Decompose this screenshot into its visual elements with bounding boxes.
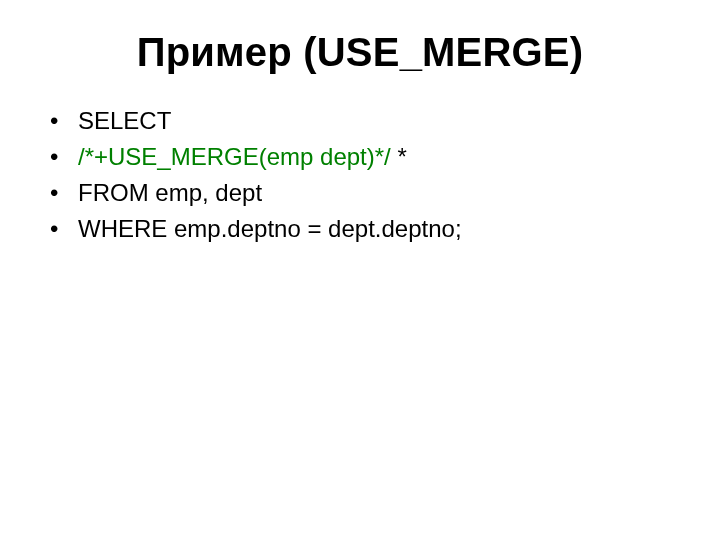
list-item: /*+USE_MERGE(emp dept)*/ * [50,139,680,175]
list-item: FROM emp, dept [50,175,680,211]
slide: Пример (USE_MERGE) SELECT /*+USE_MERGE(e… [0,0,720,540]
code-line: WHERE emp.deptno = dept.deptno; [78,215,462,242]
bullet-list: SELECT /*+USE_MERGE(emp dept)*/ * FROM e… [40,103,680,247]
code-line: SELECT [78,107,171,134]
code-line-trail: * [391,143,407,170]
sql-hint: /*+USE_MERGE(emp dept)*/ [78,143,391,170]
slide-title: Пример (USE_MERGE) [40,30,680,75]
code-line: FROM emp, dept [78,179,262,206]
list-item: WHERE emp.deptno = dept.deptno; [50,211,680,247]
list-item: SELECT [50,103,680,139]
